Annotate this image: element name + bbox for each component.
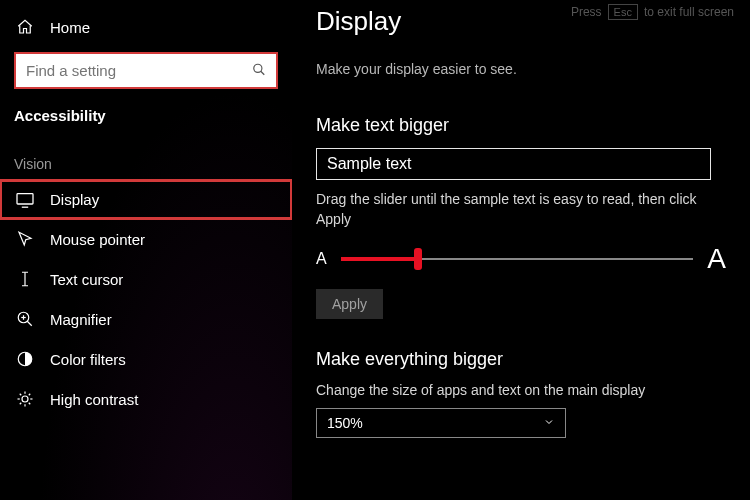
pointer-icon xyxy=(14,230,36,248)
sidebar-group-vision: Vision xyxy=(0,138,292,180)
sidebar-item-label: Magnifier xyxy=(50,311,112,328)
sidebar-item-display[interactable]: Display xyxy=(0,180,292,219)
slider-track xyxy=(418,258,693,260)
svg-point-10 xyxy=(22,396,28,402)
sidebar-item-label: Display xyxy=(50,191,99,208)
svg-line-15 xyxy=(20,394,22,396)
section-make-text-bigger: Make text bigger xyxy=(316,115,726,136)
hint-prefix: Press xyxy=(571,5,602,19)
sidebar-item-label: Mouse pointer xyxy=(50,231,145,248)
text-cursor-icon xyxy=(14,270,36,288)
chevron-down-icon xyxy=(543,415,555,431)
sidebar-category: Accessibility xyxy=(0,103,292,138)
hint-suffix: to exit full screen xyxy=(644,5,734,19)
home-icon xyxy=(14,18,36,36)
search-input[interactable] xyxy=(16,54,276,87)
sidebar-item-mouse-pointer[interactable]: Mouse pointer xyxy=(0,219,292,259)
sidebar-item-high-contrast[interactable]: High contrast xyxy=(0,379,292,419)
sidebar-item-label: Color filters xyxy=(50,351,126,368)
page-subtitle: Make your display easier to see. xyxy=(316,61,726,77)
sidebar-item-label: High contrast xyxy=(50,391,138,408)
svg-line-6 xyxy=(27,321,32,326)
text-size-slider[interactable] xyxy=(341,249,694,269)
sidebar-item-magnifier[interactable]: Magnifier xyxy=(0,299,292,339)
display-icon xyxy=(14,192,36,208)
esc-key: Esc xyxy=(608,4,638,20)
sidebar-item-text-cursor[interactable]: Text cursor xyxy=(0,259,292,299)
svg-line-17 xyxy=(20,403,22,405)
sidebar-item-label: Text cursor xyxy=(50,271,123,288)
text-size-slider-row: A A xyxy=(316,243,726,275)
fullscreen-hint: Press Esc to exit full screen xyxy=(571,4,734,20)
scale-dropdown[interactable]: 150% xyxy=(316,408,566,438)
apply-button[interactable]: Apply xyxy=(316,289,383,319)
section-make-everything-bigger: Make everything bigger xyxy=(316,349,726,370)
sidebar-item-color-filters[interactable]: Color filters xyxy=(0,339,292,379)
scale-description: Change the size of apps and text on the … xyxy=(316,382,726,398)
svg-point-0 xyxy=(254,64,262,72)
search-icon xyxy=(252,62,266,79)
svg-rect-2 xyxy=(17,193,33,203)
sample-text-box: Sample text xyxy=(316,148,711,180)
svg-line-1 xyxy=(261,71,265,75)
slider-track-filled xyxy=(341,257,419,261)
slider-description: Drag the slider until the sample text is… xyxy=(316,190,726,229)
magnifier-icon xyxy=(14,310,36,328)
high-contrast-icon xyxy=(14,390,36,408)
slider-thumb[interactable] xyxy=(414,248,422,270)
svg-line-18 xyxy=(29,394,31,396)
search-field[interactable] xyxy=(14,52,278,89)
settings-sidebar: Home Accessibility Vision Display Mouse … xyxy=(0,0,292,500)
main-pane: Press Esc to exit full screen Display Ma… xyxy=(292,0,750,500)
sidebar-item-home[interactable]: Home xyxy=(0,8,292,46)
home-label: Home xyxy=(50,19,90,36)
letter-small-icon: A xyxy=(316,250,327,268)
svg-line-16 xyxy=(29,403,31,405)
scale-value: 150% xyxy=(327,415,363,431)
color-filters-icon xyxy=(14,350,36,368)
letter-big-icon: A xyxy=(707,243,726,275)
